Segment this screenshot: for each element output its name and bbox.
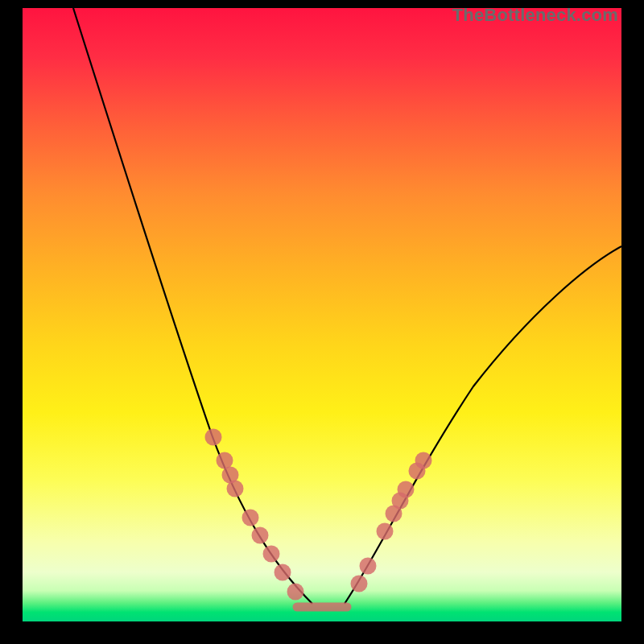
data-point xyxy=(252,527,269,544)
data-point xyxy=(263,546,280,563)
curve-right-branch xyxy=(345,246,621,604)
data-point xyxy=(275,564,291,581)
data-point xyxy=(351,576,368,592)
data-point xyxy=(217,452,233,469)
data-point xyxy=(377,523,394,540)
curve-left-branch xyxy=(73,8,312,604)
data-point xyxy=(360,558,377,575)
data-point xyxy=(415,452,432,469)
watermark-text: TheBottleneck.com xyxy=(452,5,618,26)
dots-right-branch xyxy=(351,452,432,592)
data-point xyxy=(287,584,304,601)
data-point xyxy=(242,510,259,526)
dots-left-branch xyxy=(205,429,304,601)
data-point xyxy=(205,429,222,446)
data-point xyxy=(227,481,244,497)
data-point xyxy=(398,481,415,498)
bottleneck-curve-svg xyxy=(23,8,621,621)
chart-area xyxy=(23,8,621,621)
